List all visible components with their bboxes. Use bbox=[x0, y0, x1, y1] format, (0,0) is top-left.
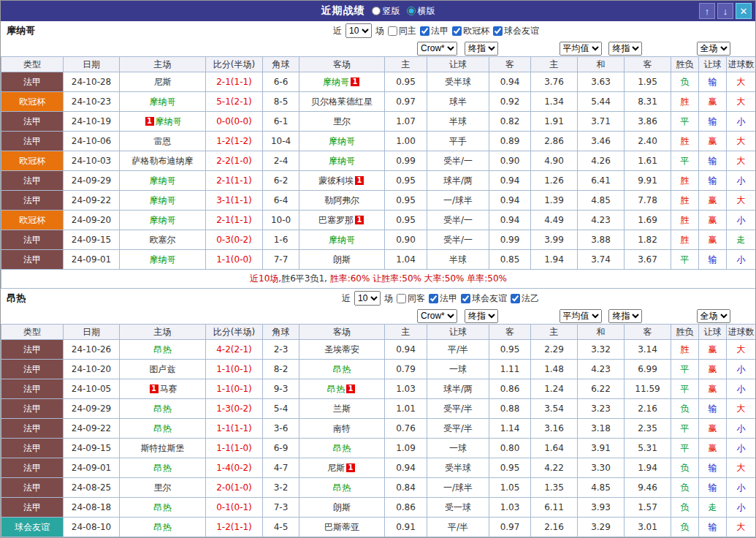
average-stage-select[interactable]: 终指 bbox=[608, 309, 642, 323]
away-team: 勒阿弗尔 bbox=[299, 191, 385, 211]
scope-select[interactable]: 全场 bbox=[697, 309, 730, 323]
match-date: 24-10-03 bbox=[64, 151, 120, 171]
result-handicap: 赢 bbox=[699, 439, 727, 458]
odds-company-select[interactable]: Crow* bbox=[417, 42, 457, 56]
column-header: 和 bbox=[578, 325, 625, 340]
league-type: 法甲 bbox=[1, 458, 64, 478]
match-date: 24-10-26 bbox=[64, 340, 120, 360]
match-row: 法甲24-09-15斯特拉斯堡1-1(1-0)6-9昂热1.09一球0.801.… bbox=[1, 439, 756, 458]
team-label: 昂热 bbox=[154, 502, 172, 512]
result-outcome: 胜 bbox=[671, 211, 699, 230]
odds-stage-select[interactable]: 终指 bbox=[465, 42, 498, 56]
avg-draw: 3.74 bbox=[578, 250, 625, 270]
match-row: 法甲24-08-25里尔2-0(1-0)3-2昂热0.84一/球半1.051.3… bbox=[1, 478, 756, 498]
team-label: 斯特拉斯堡 bbox=[141, 443, 185, 453]
average-select[interactable]: 平均值 bbox=[560, 42, 602, 56]
away-team: 摩纳哥 bbox=[299, 151, 385, 171]
league-filter-ligue2[interactable]: 法乙 bbox=[511, 292, 539, 305]
odds-away: 0.94 bbox=[489, 211, 531, 230]
red-card-badge: 1 bbox=[355, 216, 364, 224]
corner-count: 4-5 bbox=[263, 518, 299, 537]
column-header: 比分(半场) bbox=[206, 57, 263, 72]
home-team: 欧塞尔 bbox=[120, 230, 206, 250]
layout-option-vertical[interactable]: 竖版 bbox=[372, 5, 400, 18]
odds-stage-select[interactable]: 终指 bbox=[465, 309, 498, 323]
team-label: 昂热 bbox=[333, 443, 351, 453]
score: 0-3(0-2) bbox=[206, 230, 263, 250]
column-header: 主 bbox=[531, 325, 578, 340]
match-date: 24-09-01 bbox=[64, 458, 120, 478]
result-goals: 大 bbox=[727, 340, 756, 360]
league-type: 法甲 bbox=[1, 340, 64, 360]
handicap: 平手 bbox=[427, 132, 489, 151]
league-checkbox[interactable] bbox=[452, 26, 462, 36]
same-venue-filter[interactable]: 同主 bbox=[388, 25, 416, 37]
same-venue-checkbox[interactable] bbox=[388, 26, 397, 36]
handicap: 半球 bbox=[427, 250, 489, 270]
league-checkbox[interactable] bbox=[429, 294, 438, 303]
average-stage-select[interactable]: 终指 bbox=[608, 42, 642, 56]
result-goals: 小 bbox=[727, 379, 756, 399]
scope-select-cell: 全场 bbox=[671, 40, 756, 57]
avg-draw: 4.23 bbox=[578, 360, 625, 379]
score: 1-4(0-2) bbox=[206, 458, 263, 478]
match-date: 24-09-01 bbox=[64, 250, 120, 270]
league-checkbox[interactable] bbox=[461, 294, 470, 303]
odds-home: 0.95 bbox=[385, 72, 427, 92]
close-button[interactable]: ✕ bbox=[736, 3, 752, 19]
score: 5-1(2-1) bbox=[206, 92, 263, 112]
vertical-radio[interactable] bbox=[372, 7, 381, 15]
horizontal-radio[interactable] bbox=[407, 7, 416, 15]
results-body: 法甲24-10-26昂热4-2(2-1)2-3圣埃蒂安0.94平/半0.952.… bbox=[1, 340, 756, 537]
odds-away: 0.94 bbox=[489, 171, 531, 191]
avg-away: 5.31 bbox=[625, 439, 671, 458]
column-header: 让球 bbox=[699, 57, 727, 72]
away-team: 兰斯 bbox=[299, 399, 385, 419]
home-team: 昂热 bbox=[120, 498, 206, 518]
move-down-button[interactable]: ↓ bbox=[717, 3, 733, 19]
checkbox-label: 同客 bbox=[408, 292, 425, 305]
same-venue-checkbox[interactable] bbox=[397, 294, 406, 303]
team-label: 尼斯 bbox=[154, 77, 172, 87]
handicap: 半球 bbox=[427, 112, 489, 132]
league-filter-ucl[interactable]: 欧冠杯 bbox=[452, 25, 489, 37]
league-filter-ligue1[interactable]: 法甲 bbox=[429, 292, 457, 305]
result-handicap: 输 bbox=[699, 151, 727, 171]
vertical-radio-label: 竖版 bbox=[383, 5, 400, 18]
move-up-button[interactable]: ↑ bbox=[699, 3, 715, 19]
team-label: 摩纳哥 bbox=[150, 175, 176, 186]
match-row: 法甲24-10-191摩纳哥0-0(0-0)6-1里尔1.07半球0.821.9… bbox=[1, 112, 756, 132]
league-filter-friendly[interactable]: 球会友谊 bbox=[493, 25, 539, 37]
match-row: 法甲24-09-01摩纳哥1-1(0-0)7-7朗斯1.04半球0.851.94… bbox=[1, 250, 756, 270]
column-header: 主 bbox=[531, 57, 578, 72]
same-venue-filter[interactable]: 同客 bbox=[397, 292, 425, 305]
league-checkbox[interactable] bbox=[493, 26, 503, 36]
league-filter-friendly[interactable]: 球会友谊 bbox=[461, 292, 507, 305]
league-checkbox[interactable] bbox=[420, 26, 429, 36]
match-count-select[interactable]: 10 bbox=[345, 23, 372, 38]
league-filter-ligue1[interactable]: 法甲 bbox=[420, 25, 448, 37]
avg-away: 1.95 bbox=[625, 72, 671, 92]
team-label: 摩纳哥 bbox=[323, 77, 349, 87]
checkbox-label: 欧冠杯 bbox=[463, 25, 489, 37]
result-outcome: 胜 bbox=[671, 340, 699, 360]
layout-option-horizontal[interactable]: 横版 bbox=[407, 5, 435, 18]
away-team: 巴塞罗那1 bbox=[299, 211, 385, 230]
result-handicap: 输 bbox=[699, 518, 727, 537]
scope-select[interactable]: 全场 bbox=[697, 42, 730, 56]
handicap: 一球 bbox=[427, 360, 489, 379]
odds-home: 0.94 bbox=[385, 458, 427, 478]
avg-home: 1.24 bbox=[531, 379, 578, 399]
league-checkbox[interactable] bbox=[511, 294, 520, 303]
result-goals: 小 bbox=[727, 478, 756, 498]
filter-bar: 近 10 场 同客 法甲 球会友谊 法乙 bbox=[342, 291, 539, 306]
odds-home: 0.90 bbox=[385, 230, 427, 250]
close-icon: ✕ bbox=[740, 6, 748, 17]
odds-company-select[interactable]: Crow* bbox=[417, 309, 457, 323]
match-date: 24-10-06 bbox=[64, 132, 120, 151]
team-label: 昂热 bbox=[327, 384, 345, 394]
match-row: 法甲24-09-22昂热1-1(1-1)3-6南特0.76受平/半1.143.1… bbox=[1, 419, 756, 439]
match-count-select[interactable]: 10 bbox=[354, 291, 381, 306]
average-select[interactable]: 平均值 bbox=[560, 309, 602, 323]
results-body: 法甲24-10-28尼斯2-1(1-1)6-6摩纳哥10.95受半球0.943.… bbox=[1, 72, 756, 270]
